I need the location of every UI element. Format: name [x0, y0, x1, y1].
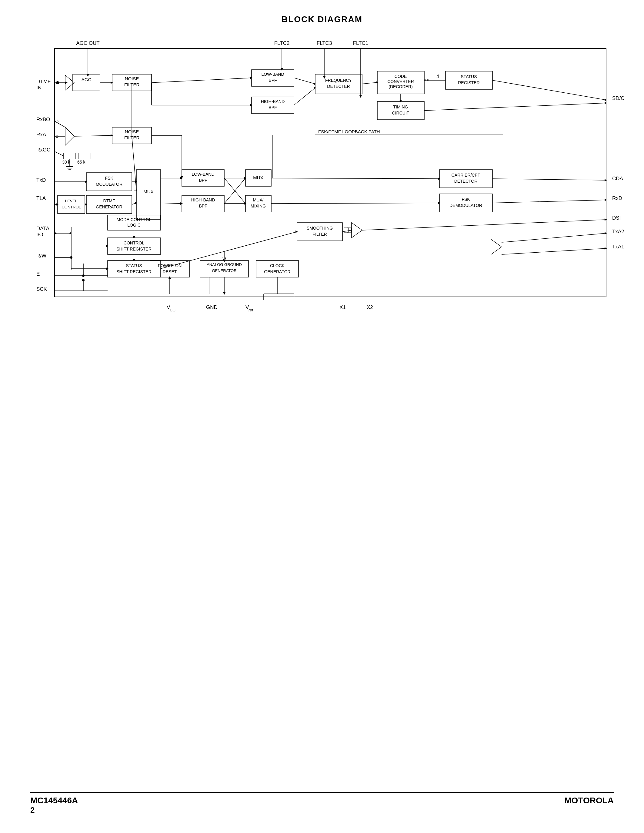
svg-text:MODULATOR: MODULATOR — [96, 182, 122, 187]
svg-text:4: 4 — [436, 74, 439, 79]
svg-text:E: E — [36, 271, 40, 277]
svg-text:DTMF: DTMF — [36, 79, 51, 85]
svg-line-146 — [74, 135, 112, 136]
svg-text:HIGH-BAND: HIGH-BAND — [191, 198, 215, 203]
svg-text:LOW-BAND: LOW-BAND — [261, 72, 284, 77]
svg-text:I/O: I/O — [36, 232, 43, 238]
svg-text:X1: X1 — [340, 304, 346, 310]
svg-marker-206 — [295, 230, 298, 233]
svg-marker-230 — [359, 95, 362, 98]
svg-text:FLTC2: FLTC2 — [274, 40, 290, 46]
svg-line-177 — [271, 178, 440, 179]
svg-text:DETECTOR: DETECTOR — [454, 179, 478, 183]
svg-marker-172 — [180, 203, 183, 205]
svg-rect-71 — [58, 195, 85, 214]
svg-rect-119 — [79, 153, 91, 159]
svg-text:R/W: R/W — [36, 253, 47, 259]
svg-marker-178 — [438, 177, 440, 180]
svg-marker-219 — [169, 276, 171, 279]
svg-marker-186 — [133, 236, 135, 239]
svg-line-153 — [294, 88, 315, 105]
svg-text:65 k: 65 k — [77, 160, 85, 164]
svg-line-210 — [362, 220, 606, 230]
svg-text:DETECTER: DETECTER — [327, 84, 350, 89]
svg-marker-164 — [85, 203, 87, 206]
svg-text:ref: ref — [248, 308, 254, 312]
svg-marker-152 — [314, 83, 316, 85]
svg-text:SHIFT REGISTER: SHIFT REGISTER — [116, 246, 151, 251]
svg-line-212 — [502, 233, 606, 242]
svg-marker-226 — [281, 68, 283, 71]
svg-marker-135 — [87, 74, 89, 77]
svg-marker-131 — [65, 82, 68, 84]
svg-text:FILTER: FILTER — [312, 232, 327, 236]
svg-line-155 — [362, 82, 377, 84]
svg-marker-174 — [244, 177, 246, 179]
svg-marker-217 — [223, 292, 225, 295]
svg-text:MODE CONTROL: MODE CONTROL — [117, 217, 151, 222]
svg-line-214 — [502, 248, 606, 254]
svg-text:TIMING: TIMING — [393, 105, 408, 109]
svg-marker-154 — [314, 87, 316, 89]
svg-line-136 — [151, 78, 251, 83]
svg-text:REGISTER: REGISTER — [458, 80, 480, 85]
svg-text:SD/CD/DV: SD/CD/DV — [612, 95, 624, 101]
footer-part-number: MC145446A — [30, 796, 78, 806]
svg-marker-140 — [250, 104, 253, 106]
svg-line-239 — [132, 136, 136, 191]
footer-left: MC145446A 2 — [30, 796, 78, 815]
svg-text:RxBO: RxBO — [36, 117, 50, 122]
svg-rect-209 — [347, 228, 351, 232]
svg-text:LOW-BAND: LOW-BAND — [192, 172, 214, 177]
svg-text:GENERATOR: GENERATOR — [264, 269, 290, 274]
svg-text:CC: CC — [170, 308, 175, 312]
svg-text:STATUS: STATUS — [460, 74, 477, 79]
svg-text:(DECODER): (DECODER) — [388, 84, 412, 89]
svg-line-179 — [271, 203, 440, 204]
svg-text:FSK: FSK — [462, 197, 470, 202]
svg-text:SHIFT REGISTER: SHIFT REGISTER — [116, 269, 151, 274]
svg-line-181 — [493, 179, 606, 180]
svg-text:ANALOG GROUND: ANALOG GROUND — [207, 262, 242, 267]
svg-text:BPF: BPF — [269, 105, 277, 110]
svg-text:TLA: TLA — [36, 195, 46, 201]
svg-point-204 — [82, 279, 85, 281]
svg-marker-156 — [376, 81, 378, 84]
svg-marker-126 — [491, 239, 502, 254]
svg-line-145 — [55, 151, 64, 156]
svg-text:MUX/: MUX/ — [253, 198, 264, 203]
svg-marker-116 — [65, 127, 74, 145]
svg-text:CDA: CDA — [612, 176, 623, 182]
svg-text:FSK/DTMF LOOPBACK PATH: FSK/DTMF LOOPBACK PATH — [318, 129, 380, 134]
svg-text:LOGIC: LOGIC — [127, 223, 141, 227]
svg-line-233 — [493, 80, 606, 100]
svg-text:LEVEL: LEVEL — [65, 199, 77, 203]
svg-text:30 k: 30 k — [62, 160, 70, 164]
svg-text:BPF: BPF — [199, 204, 207, 208]
svg-text:MIXING: MIXING — [251, 204, 266, 208]
svg-marker-125 — [351, 223, 362, 238]
svg-text:IN: IN — [36, 85, 42, 90]
svg-text:CODE: CODE — [394, 74, 407, 79]
svg-text:RxD: RxD — [612, 195, 622, 201]
svg-marker-232 — [399, 100, 402, 102]
svg-text:TxA2: TxA2 — [612, 229, 624, 235]
svg-text:CIRCUIT: CIRCUIT — [392, 111, 409, 116]
svg-text:HIGH-BAND: HIGH-BAND — [261, 99, 285, 104]
svg-text:DATA: DATA — [36, 226, 49, 232]
svg-text:SCK: SCK — [36, 286, 47, 292]
svg-marker-166 — [135, 180, 137, 183]
svg-text:MUX: MUX — [143, 189, 153, 194]
svg-text:FLTC1: FLTC1 — [353, 40, 369, 46]
svg-point-142 — [56, 120, 58, 122]
svg-text:FSK: FSK — [105, 176, 113, 180]
svg-marker-168 — [135, 202, 137, 204]
page-content: BLOCK DIAGRAM AGC OUT FLTC2 FLTC3 FLTC1 … — [0, 0, 644, 833]
svg-text:GND: GND — [206, 304, 217, 310]
svg-marker-133 — [111, 82, 113, 84]
svg-marker-160 — [85, 180, 87, 183]
svg-text:AGC OUT: AGC OUT — [76, 40, 100, 46]
svg-marker-162 — [56, 203, 58, 206]
svg-marker-188 — [133, 259, 135, 261]
svg-text:RxA: RxA — [36, 132, 47, 138]
